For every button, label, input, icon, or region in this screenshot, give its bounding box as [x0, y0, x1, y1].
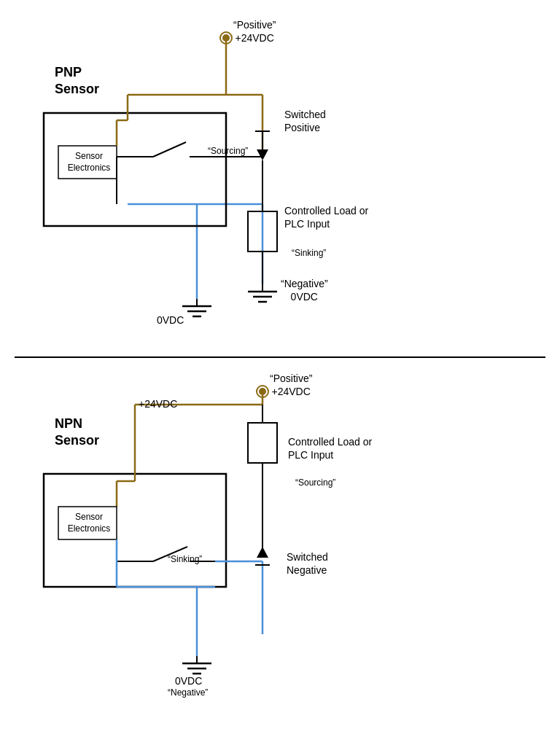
pnp-positive-text: “Positive”+24VDC [233, 19, 276, 44]
npn-sourcing-label: “Sourcing” [295, 477, 335, 489]
npn-sensor-elec-text: SensorElectronics [68, 512, 111, 534]
npn-positive-label: “Positive”+24VDC [270, 372, 312, 398]
npn-sourcing-text: “Sourcing” [295, 477, 335, 488]
npn-positive-text: “Positive”+24VDC [270, 373, 312, 397]
pnp-zero-text: 0VDC [157, 314, 184, 326]
svg-marker-59 [257, 547, 268, 558]
pnp-sinking-label: “Sinking” [292, 248, 326, 260]
pnp-negative-label: “Negative”0VDC [281, 277, 328, 303]
pnp-zero-vdc: 0VDC [157, 313, 184, 327]
pnp-title: PNPSensor [55, 64, 99, 98]
pnp-sensor-elec-text: SensorElectronics [68, 151, 111, 173]
npn-zero-text: 0VDC [175, 675, 202, 687]
pnp-positive-label: “Positive”+24VDC [233, 18, 276, 44]
svg-point-33 [222, 34, 230, 42]
npn-24vdc-text: +24VDC [139, 398, 177, 410]
npn-negative-text: “Negative” [168, 687, 208, 698]
pnp-sensor-electronics: SensorElectronics [61, 151, 117, 174]
npn-24vdc-label: +24VDC [139, 397, 177, 410]
npn-title: NPNSensor [55, 416, 99, 450]
npn-zero-vdc: 0VDC [175, 674, 202, 687]
npn-negative-label: “Negative” [168, 687, 208, 699]
npn-sinking-text: “Sinking” [168, 554, 202, 564]
pnp-load-label: Controlled Load orPLC Input [284, 204, 368, 230]
svg-line-10 [153, 142, 186, 157]
diagram-container: PNPSensor “Positive”+24VDC SwitchedPosit… [0, 0, 560, 729]
pnp-switched-text: SwitchedPositive [284, 109, 326, 133]
svg-rect-56 [248, 423, 277, 463]
pnp-switched-label: SwitchedPositive [284, 108, 326, 134]
npn-sensor-electronics: SensorElectronics [61, 512, 117, 534]
npn-load-label: Controlled Load orPLC Input [288, 435, 372, 461]
pnp-sourcing-text: “Sourcing” [208, 146, 248, 156]
svg-point-41 [259, 388, 266, 395]
pnp-sinking-text: “Sinking” [292, 248, 326, 258]
npn-switched-text: SwitchedNegative [287, 551, 328, 576]
pnp-sourcing-label: “Sourcing” [208, 146, 248, 157]
pnp-load-text: Controlled Load orPLC Input [284, 205, 368, 230]
svg-marker-18 [257, 149, 268, 160]
pnp-negative-text: “Negative”0VDC [281, 278, 328, 303]
npn-load-text: Controlled Load orPLC Input [288, 436, 372, 461]
npn-sinking-label: “Sinking” [168, 554, 202, 566]
npn-switched-label: SwitchedNegative [287, 550, 328, 577]
